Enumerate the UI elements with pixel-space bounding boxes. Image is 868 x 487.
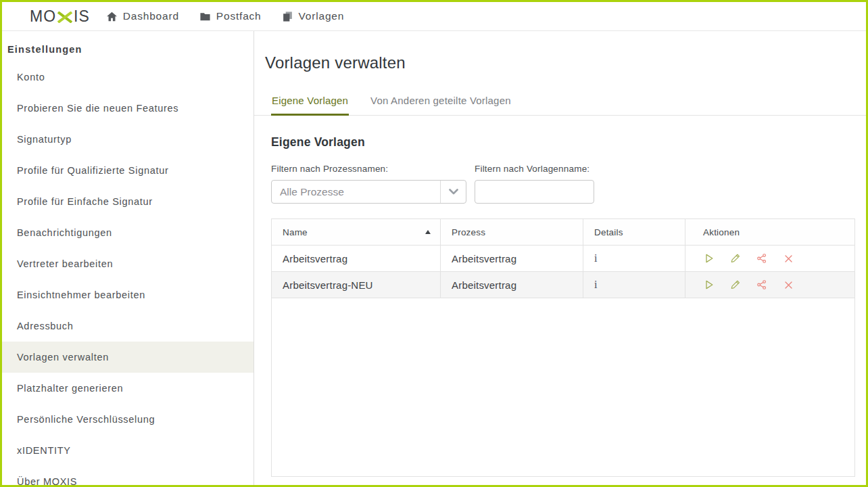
sidebar-item-platzhalter-generieren[interactable]: Platzhalter generieren [2,373,254,404]
details-info-icon[interactable]: i [594,252,598,264]
run-template-icon[interactable] [703,279,715,291]
templates-table: Name Prozess Details Aktionen Arbeit [271,218,855,477]
nav-item-postfach[interactable]: Postfach [199,10,262,22]
nav-label: Vorlagen [299,10,345,22]
cell-name: Arbeitsvertrag-NEU [272,272,441,298]
sort-ascending-icon [425,230,431,234]
process-filter-select[interactable]: Alle Prozesse [271,180,466,204]
filter-bar: Filtern nach Prozessnamen: Alle Prozesse… [271,164,858,204]
edit-template-icon[interactable] [729,279,742,291]
sidebar-item-xidentity[interactable]: xIDENTITY [2,435,254,466]
chevron-down-icon [449,189,458,195]
column-header-name[interactable]: Name [272,219,441,245]
column-header-aktionen: Aktionen [685,219,854,245]
cell-process: Arbeitsvertrag [441,272,583,298]
details-info-icon[interactable]: i [594,279,598,291]
table-header-row: Name Prozess Details Aktionen [272,219,854,246]
sidebar-item-ueber-moxis[interactable]: Über MOXIS [2,466,254,487]
logo-text-prefix: MO [30,7,56,26]
main-content: Vorlagen verwalten Eigene Vorlagen Von A… [254,31,866,486]
nav-label: Dashboard [123,10,179,22]
share-template-icon[interactable] [756,279,768,291]
settings-sidebar: Einstellungen Konto Probieren Sie die ne… [2,31,254,486]
logo-x-icon [57,11,73,23]
logo-text-suffix: IS [74,7,90,26]
select-caret-area [440,181,466,203]
cell-process: Arbeitsvertrag [441,246,583,271]
page-title: Vorlagen verwalten [265,53,866,72]
tab-geteilte-vorlagen[interactable]: Von Anderen geteilte Vorlagen [370,91,512,116]
sidebar-item-profile-qualifizierte-signatur[interactable]: Profile für Qualifizierte Signatur [2,155,254,186]
cell-name: Arbeitsvertrag [272,246,441,271]
home-icon [106,11,118,22]
copy-icon [282,11,293,22]
cell-actions [685,246,854,271]
run-template-icon[interactable] [703,252,715,264]
table-row: Arbeitsvertrag-NEU Arbeitsvertrag i [272,272,854,298]
table-row: Arbeitsvertrag Arbeitsvertrag i [272,246,854,272]
template-filter-label: Filtern nach Vorlagenname: [475,164,594,174]
nav-label: Postfach [216,10,262,22]
sidebar-item-persoenliche-verschluesselung[interactable]: Persönliche Verschlüsselung [2,404,254,435]
sidebar-item-profile-einfache-signatur[interactable]: Profile für Einfache Signatur [2,186,254,217]
nav-item-dashboard[interactable]: Dashboard [106,10,179,22]
sidebar-item-benachrichtigungen[interactable]: Benachrichtigungen [2,217,254,248]
moxis-logo[interactable]: MO IS [30,7,90,26]
sidebar-item-adressbuch[interactable]: Adressbuch [2,310,254,342]
share-template-icon[interactable] [756,252,768,264]
sidebar-item-konto[interactable]: Konto [2,62,254,93]
process-filter-selected-value: Alle Prozesse [272,186,440,198]
sidebar-item-einsichtnehmer-bearbeiten[interactable]: Einsichtnehmer bearbeiten [2,279,254,310]
delete-template-icon[interactable] [782,279,794,291]
section-title: Eigene Vorlagen [271,135,858,149]
nav-item-vorlagen[interactable]: Vorlagen [282,10,345,22]
column-header-details: Details [583,219,685,245]
template-name-filter-input[interactable] [475,180,594,204]
tab-eigene-vorlagen[interactable]: Eigene Vorlagen [271,91,349,116]
cell-actions [685,272,854,298]
edit-template-icon[interactable] [729,252,742,264]
main-nav: Dashboard Postfach Vorlagen [106,10,364,22]
folder-icon [199,11,211,22]
sidebar-item-vertreter-bearbeiten[interactable]: Vertreter bearbeiten [2,248,254,279]
column-header-prozess[interactable]: Prozess [441,219,583,245]
delete-template-icon[interactable] [782,252,794,264]
sidebar-item-signaturtyp[interactable]: Signaturtyp [2,124,254,155]
table-empty-area [272,298,854,476]
tab-panel-eigene-vorlagen: Eigene Vorlagen Filtern nach Prozessname… [271,135,866,477]
sidebar-item-neue-features[interactable]: Probieren Sie die neuen Features [2,93,254,124]
sidebar-header: Einstellungen [2,39,254,62]
sidebar-item-vorlagen-verwalten[interactable]: Vorlagen verwalten [2,342,254,373]
tabbar: Eigene Vorlagen Von Anderen geteilte Vor… [254,91,866,116]
process-filter-label: Filtern nach Prozessnamen: [271,164,466,174]
topbar: MO IS Dashboard Postfach Vorlagen [2,2,866,31]
